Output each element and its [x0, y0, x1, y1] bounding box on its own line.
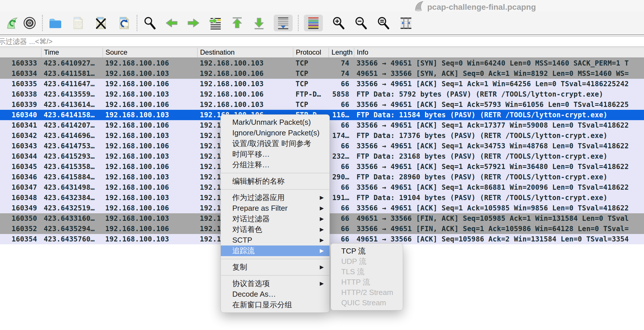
cell-length: 66 — [329, 234, 354, 244]
auto-scroll-toggle[interactable] — [274, 15, 293, 31]
menu-item-追踪流[interactable]: 追踪流▶ — [221, 245, 329, 256]
resize-columns-button[interactable] — [399, 16, 413, 30]
column-header-Protocol[interactable]: Protocol — [293, 47, 329, 58]
cell-length: 66 — [329, 79, 354, 89]
cell-protocol: TCP — [293, 58, 329, 68]
restart-capture-button[interactable] — [5, 16, 19, 30]
colorize-icon — [307, 16, 320, 30]
last-packet-button[interactable] — [252, 16, 266, 30]
menu-item-Mark/Unmark Packet(s)[interactable]: Mark/Unmark Packet(s) — [221, 117, 329, 128]
first-packet-button[interactable] — [230, 16, 244, 30]
toolbar-separator — [42, 15, 43, 31]
cell-no: 160349 — [0, 203, 41, 213]
packet-row-160333[interactable]: 160333423.6410927…192.168.100.106192.168… — [0, 58, 644, 68]
menu-item-Decode As…[interactable]: Decode As… — [221, 289, 329, 300]
column-header-Destination[interactable]: Destination — [197, 47, 293, 58]
column-header-Info[interactable]: Info — [354, 47, 644, 58]
packet-row-160334[interactable]: 160334423.6411581…192.168.100.103192.168… — [0, 68, 644, 79]
last-packet-icon — [252, 16, 266, 30]
cell-time: 423.6415293… — [41, 151, 103, 162]
cell-protocol: TCP — [293, 79, 329, 89]
cell-source: 192.168.100.103 — [103, 172, 197, 182]
next-packet-button[interactable] — [186, 16, 201, 30]
svg-text:⚙: ⚙ — [27, 19, 33, 27]
cell-no: 160345 — [0, 162, 41, 172]
submenu-item-TCP 流[interactable]: TCP 流 — [331, 246, 403, 256]
packet-row-160335[interactable]: 160335423.6411647…192.168.100.106192.168… — [0, 79, 644, 89]
cell-source: 192.168.100.106 — [103, 162, 197, 172]
open-file-button[interactable] — [48, 16, 62, 30]
menu-item-协议首选项[interactable]: 协议首选项▶ — [221, 278, 329, 289]
close-file-button[interactable]: 01101 01110 — [94, 16, 108, 30]
next-packet-arrow-icon — [187, 16, 200, 30]
cell-destination: 192.168.100.103 — [197, 99, 293, 110]
zoom-out-button[interactable] — [354, 16, 368, 30]
cell-info: 49651 → 33566 [FIN, ACK] Seq=105985 Ack=… — [354, 213, 644, 224]
column-header-Length[interactable]: Length — [329, 47, 354, 58]
goto-packet-icon — [209, 16, 222, 30]
cell-length: 191… — [329, 193, 354, 203]
cell-info: FTP Data: 5792 bytes (PASV) (RETR /TOOLS… — [354, 89, 644, 99]
cell-no: 160341 — [0, 120, 41, 131]
zoom-in-icon — [332, 16, 345, 30]
go-to-packet-button[interactable] — [208, 16, 223, 30]
cell-time: 423.6411647… — [41, 79, 103, 89]
main-toolbar: ⚙ 01010 01101 01110 01101 01110 — [0, 11, 644, 35]
column-header-Source[interactable]: Source — [103, 47, 197, 58]
cell-source: 192.168.100.106 — [103, 182, 197, 193]
submenu-arrow-icon: ▶ — [320, 192, 324, 203]
cell-source: 192.168.100.106 — [103, 141, 197, 151]
display-filter-input[interactable] — [0, 36, 644, 47]
window-title-text: pcap-challenge-final.pcapng — [427, 3, 536, 12]
menu-item-Ignore/Unignore Packet(s)[interactable]: Ignore/Unignore Packet(s) — [221, 128, 329, 138]
reload-file-button[interactable]: 01110 — [117, 16, 131, 30]
cell-no: 160334 — [0, 68, 41, 79]
menu-item-复制[interactable]: 复制▶ — [221, 262, 329, 273]
colorize-toggle[interactable] — [304, 15, 323, 31]
window-titlebar: pcap-challenge-final.pcapng — [0, 0, 644, 11]
menu-item-时间平移…[interactable]: 时间平移… — [221, 149, 329, 160]
zoom-in-button[interactable] — [331, 16, 346, 30]
menu-item-label: 时间平移… — [232, 150, 270, 158]
column-header-Time[interactable]: Time — [41, 47, 103, 58]
menu-item-作为过滤器应用[interactable]: 作为过滤器应用▶ — [221, 192, 329, 203]
zoom-reset-button[interactable] — [376, 16, 391, 30]
menu-item-在新窗口显示分组[interactable]: 在新窗口显示分组 — [221, 300, 329, 310]
first-packet-icon — [231, 16, 244, 30]
cell-info: 33566 → 49651 [SYN] Seq=0 Win=64240 Len=… — [354, 58, 644, 68]
menu-item-SCTP[interactable]: SCTP▶ — [221, 235, 329, 245]
menu-item-Prepare as Filter[interactable]: Prepare as Filter▶ — [221, 203, 329, 214]
cell-no: 160348 — [0, 193, 41, 203]
packet-row-160338[interactable]: 160338423.6413559…192.168.100.103192.168… — [0, 89, 644, 99]
menu-item-设置/取消设置 时间参考[interactable]: 设置/取消设置 时间参考 — [221, 138, 329, 149]
menu-item-label: Ignore/Unignore Packet(s) — [232, 128, 319, 137]
cell-time: 423.6414158… — [41, 110, 103, 120]
submenu-arrow-icon: ▶ — [320, 235, 324, 245]
previous-packet-button[interactable] — [164, 16, 179, 30]
cell-length: 66 — [329, 203, 354, 213]
cell-info: FTP Data: 23168 bytes (PASV) (RETR /TOOL… — [354, 151, 644, 162]
find-packet-button[interactable] — [143, 16, 157, 30]
submenu-arrow-icon: ▶ — [320, 262, 324, 273]
menu-item-对话过滤器[interactable]: 对话过滤器▶ — [221, 214, 329, 224]
reload-file-icon: 01110 — [118, 16, 131, 30]
menu-item-分组注释…[interactable]: 分组注释… — [221, 160, 329, 170]
cell-source: 192.168.100.103 — [103, 234, 197, 244]
menu-item-label: SCTP — [232, 236, 252, 244]
cell-source: 192.168.100.106 — [103, 224, 197, 234]
menu-item-label: 协议首选项 — [232, 279, 270, 288]
cell-length: 66 — [329, 99, 354, 110]
menu-separator — [221, 189, 329, 190]
menu-item-label: 设置/取消设置 时间参考 — [232, 139, 311, 148]
cell-info: FTP Data: 11584 bytes (PASV) (RETR /TOOL… — [354, 110, 644, 120]
menu-item-对话着色[interactable]: 对话着色▶ — [221, 224, 329, 235]
capture-options-button[interactable]: ⚙ — [22, 16, 37, 30]
submenu-item-HTTP 流: HTTP 流 — [331, 277, 403, 287]
column-header-no[interactable] — [0, 47, 41, 58]
menu-item-编辑解析的名称[interactable]: 编辑解析的名称 — [221, 176, 329, 187]
cell-source: 192.168.100.103 — [103, 193, 197, 203]
packet-row-160339[interactable]: 160339423.6413614…192.168.100.106192.168… — [0, 99, 644, 110]
cell-info: FTP Data: 17376 bytes (PASV) (RETR /TOOL… — [354, 131, 644, 141]
menu-item-label: Prepare as Filter — [232, 204, 288, 212]
menu-separator — [221, 275, 329, 276]
